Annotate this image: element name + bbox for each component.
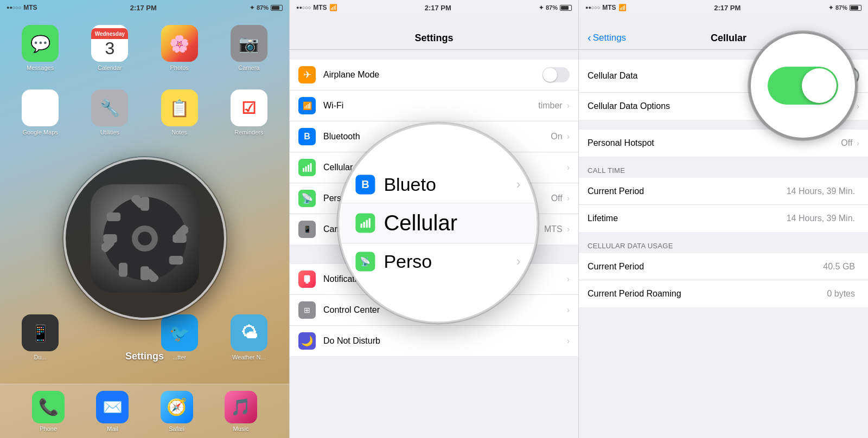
data-usage-current-period-value: 40.5 GB (823, 262, 855, 272)
svg-rect-16 (308, 165, 309, 172)
twitter2-label: ...tter (173, 354, 186, 360)
data-usage-current-period-row: Current Period 40.5 GB (579, 253, 868, 280)
cellular-panel: ●●○○○ MTS 📶 2:17 PM ✦ 87% ‹ Settings Cel… (579, 0, 868, 438)
phone-icon: 📞 (32, 391, 65, 423)
big-toggle-switch[interactable] (768, 67, 838, 105)
zoom-bluetooth-chevron: › (516, 177, 520, 192)
bluetooth-chevron: › (567, 132, 570, 141)
svg-rect-14 (303, 168, 304, 172)
settings-bt-icon: ✦ (539, 4, 544, 11)
app-du[interactable]: 📱 Du... (11, 314, 69, 360)
svg-rect-21 (363, 222, 365, 228)
google-maps-icon: 🗺 (22, 89, 59, 126)
dock-mail[interactable]: ✉️ Mail (96, 391, 129, 432)
magnify-panel2-circle: B Blueto › Cellular 📡 Perso › (337, 123, 538, 323)
settings-carrier: MTS (313, 4, 327, 11)
zoom-hotspot-row: 📡 Perso › (339, 243, 537, 280)
settings-row-wifi[interactable]: 📶 Wi‑Fi timber › (290, 91, 578, 121)
airplane-icon: ✈ (298, 66, 316, 83)
dnd-chevron: › (567, 336, 570, 346)
status-time: 2:17 PM (130, 4, 157, 12)
hotspot-icon: 📡 (298, 190, 316, 207)
status-bar: ●●○○○ MTS 2:17 PM ✦ 87% (0, 0, 289, 15)
settings-status-bar: ●●○○○ MTS 📶 2:17 PM ✦ 87% (290, 0, 578, 15)
settings-row-dnd[interactable]: 🌙 Do Not Disturb › (290, 326, 578, 356)
hotspot-chevron: › (857, 139, 859, 147)
settings-row-airplane[interactable]: ✈ Airplane Mode (290, 60, 578, 91)
messages-icon: 💬 (22, 25, 59, 62)
weather-icon: 🌤 (231, 314, 267, 351)
svg-rect-19 (305, 282, 308, 284)
cellular-chevron: › (567, 163, 570, 172)
app-photos[interactable]: 🌸 Photos (150, 25, 209, 71)
camera-label: Camera (238, 65, 259, 71)
du-label: Du... (34, 354, 47, 360)
calendar-label: Calendar (98, 65, 122, 71)
carrier-chevron: › (567, 224, 570, 234)
call-time-lifetime-value: 14 Hours, 39 Min. (787, 214, 855, 223)
svg-rect-20 (361, 224, 362, 228)
svg-rect-17 (310, 163, 312, 172)
back-chevron-icon: ‹ (588, 31, 591, 44)
settings-battery-icon (560, 5, 572, 11)
mail-icon: ✉️ (96, 391, 129, 423)
zoom-cellular-icon (355, 213, 375, 233)
settings-list-panel: ●●○○○ MTS 📶 2:17 PM ✦ 87% Settings ✈ Air… (289, 0, 579, 438)
data-usage-roaming-row: Current Period Roaming 0 bytes (579, 280, 868, 307)
app-notes[interactable]: 📋 Notes (150, 89, 209, 136)
data-usage-current-period-label: Current Period (588, 262, 823, 272)
app-camera[interactable]: 📷 Camera (220, 25, 278, 71)
airplane-toggle[interactable] (542, 67, 570, 82)
notifications-chevron: › (567, 274, 570, 284)
calendar-icon: Wednesday 3 (91, 25, 128, 62)
hotspot-value: Off (551, 194, 563, 203)
svg-rect-22 (366, 220, 368, 228)
camera-icon: 📷 (231, 25, 267, 62)
settings-signal: ●●○○○ (296, 5, 311, 10)
call-time-header: CALL TIME (579, 166, 868, 178)
safari-label: Safari (169, 426, 184, 432)
wifi-label: Wi‑Fi (323, 101, 538, 111)
back-button[interactable]: ‹ Settings (588, 31, 626, 44)
zoom-hotspot-text: Perso (384, 251, 432, 272)
settings-app-label: Settings (125, 351, 164, 362)
zoom-hotspot-icon: 📡 (355, 252, 375, 271)
cellular-battery: 87% (835, 4, 847, 11)
cellular-status-bar: ●●○○○ MTS 📶 2:17 PM ✦ 87% (579, 0, 868, 15)
settings-title: Settings (414, 33, 453, 44)
app-calendar[interactable]: Wednesday 3 Calendar (80, 25, 139, 71)
weather-label: Weather N... (232, 354, 266, 360)
cellular-signal: ●●○○○ (585, 5, 600, 10)
app-reminders[interactable]: ☑ Reminders (220, 89, 278, 136)
wifi-icon: 📶 (298, 97, 316, 114)
zoom-bluetooth-text: Blueto (384, 174, 436, 195)
reminders-label: Reminders (234, 129, 263, 136)
music-label: Music (233, 426, 249, 432)
app-grid-row2: 🗺 Google Maps 🔧 Utilities 📋 Notes ☑ Remi… (0, 80, 289, 136)
dock-music[interactable]: 🎵 Music (225, 391, 257, 432)
app-weather[interactable]: 🌤 Weather N... (220, 314, 278, 360)
app-utilities[interactable]: 🔧 Utilities (80, 89, 139, 136)
dock-phone[interactable]: 📞 Phone (32, 391, 65, 432)
app-google-maps[interactable]: 🗺 Google Maps (11, 89, 69, 136)
messages-label: Messages (27, 65, 54, 71)
notes-icon: 📋 (161, 89, 198, 126)
bluetooth-icon: ✦ (250, 4, 254, 11)
svg-rect-18 (304, 275, 310, 282)
control-center-icon: ⊞ (298, 301, 316, 319)
dock-safari[interactable]: 🧭 Safari (161, 391, 193, 432)
call-time-lifetime-row: Lifetime 14 Hours, 39 Min. (579, 205, 868, 232)
battery-percent: 87% (257, 4, 269, 11)
svg-rect-10 (119, 263, 127, 277)
app-messages[interactable]: 💬 Messages (11, 25, 69, 71)
music-icon: 🎵 (225, 391, 257, 423)
magnify-circle (63, 157, 226, 320)
zoom-cellular-text: Cellular (384, 211, 457, 235)
app-grid-row1: 💬 Messages Wednesday 3 Calendar 🌸 Photos… (0, 15, 289, 71)
data-usage-section: CELLULAR DATA USAGE Current Period 40.5 … (579, 242, 868, 307)
data-usage-roaming-label: Current Period Roaming (588, 289, 827, 299)
notes-label: Notes (171, 129, 187, 136)
google-maps-label: Google Maps (22, 129, 58, 136)
carrier-icon: 📱 (298, 221, 316, 238)
wifi-value: timber (538, 101, 562, 111)
